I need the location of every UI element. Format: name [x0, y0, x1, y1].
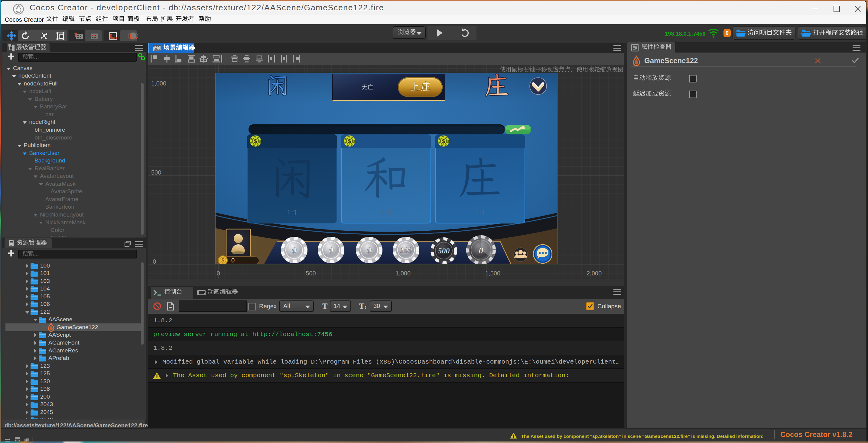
svg-text:$: $ [348, 138, 351, 144]
svg-text:$: $ [442, 138, 445, 144]
svg-text:0: 0 [292, 245, 297, 255]
svg-text:$: $ [254, 138, 257, 144]
svg-text:500: 500 [438, 246, 450, 255]
svg-text:0: 0 [329, 245, 334, 255]
svg-text:100: 100 [400, 246, 412, 254]
svg-text:0: 0 [367, 245, 372, 255]
svg-text:$: $ [221, 257, 224, 264]
